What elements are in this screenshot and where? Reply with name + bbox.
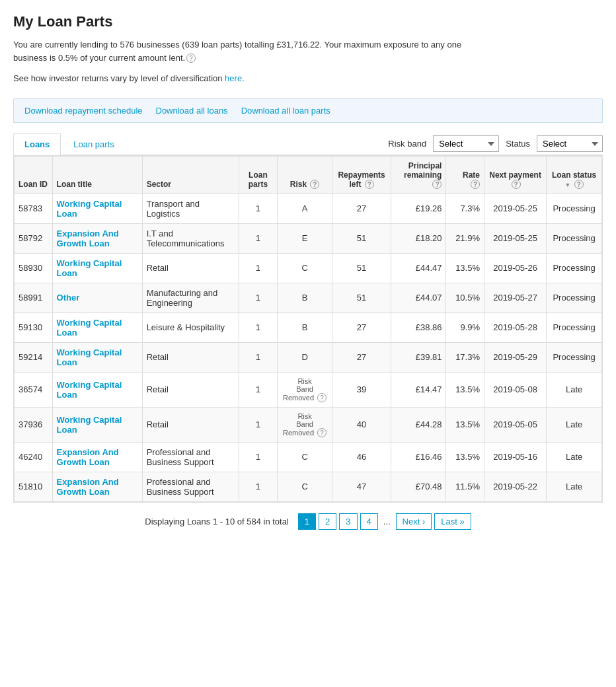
cell-loan-title: Working Capital Loan (52, 342, 142, 372)
table-row: 59214 Working Capital Loan Retail 1 D 27… (15, 342, 602, 372)
cell-loan-id: 59130 (15, 312, 53, 342)
table-row: 58991 Other Manufacturing and Engineerin… (15, 283, 602, 312)
cell-loan-id: 46240 (15, 442, 53, 472)
risk-value: C (301, 482, 307, 491)
cell-sector: Leisure & Hospitality (142, 312, 239, 342)
cell-risk: C (277, 472, 332, 501)
col-header-loan-status: Loan status ▼ ? (547, 156, 602, 194)
loan-title-link[interactable]: Working Capital Loan (57, 415, 122, 435)
cell-loan-status: Processing (547, 283, 602, 312)
cell-loan-parts: 1 (239, 253, 278, 283)
loan-title-link[interactable]: Expansion And Growth Loan (57, 229, 119, 248)
cell-loan-parts: 1 (239, 194, 278, 223)
cell-next-payment: 2019-05-26 (484, 253, 547, 283)
loan-title-link[interactable]: Expansion And Growth Loan (57, 447, 119, 467)
cell-risk: E (277, 223, 332, 253)
table-row: 59130 Working Capital Loan Leisure & Hos… (15, 312, 602, 342)
loan-title-link[interactable]: Working Capital Loan (57, 199, 122, 219)
risk-help-icon[interactable]: ? (310, 180, 319, 189)
cell-sector: I.T and Telecommunications (142, 223, 239, 253)
here-link[interactable]: here. (225, 73, 245, 83)
download-toolbar: Download repayment schedule Download all… (13, 98, 603, 123)
risk-band-removed: RiskBandRemoved ? (282, 377, 328, 402)
risk-removed-help-icon[interactable]: ? (317, 393, 327, 402)
cell-repayments-left: 27 (332, 312, 391, 342)
cell-sector: Professional and Business Support (142, 472, 239, 501)
table-row: 37936 Working Capital Loan Retail 1 Risk… (15, 407, 602, 442)
cell-principal: £19.26 (391, 194, 446, 223)
page-4-btn[interactable]: 4 (360, 513, 378, 530)
cell-loan-title: Expansion And Growth Loan (52, 472, 142, 501)
cell-rate: 13.5% (446, 442, 484, 472)
download-all-loans-link[interactable]: Download all loans (156, 106, 228, 116)
status-label: Status (506, 139, 530, 149)
risk-value: A (302, 203, 308, 213)
next-payment-help-icon[interactable]: ? (512, 180, 521, 189)
risk-value: D (301, 352, 307, 362)
cell-rate: 11.5% (446, 472, 484, 501)
next-btn[interactable]: Next › (396, 513, 432, 530)
cell-loan-title: Working Capital Loan (52, 312, 142, 342)
cell-next-payment: 2019-05-16 (484, 442, 547, 472)
cell-sector: Retail (142, 253, 239, 283)
pagination-ellipsis: ... (381, 514, 393, 529)
risk-removed-help-icon[interactable]: ? (317, 428, 327, 437)
risk-band-select[interactable]: Select ABCDE (433, 135, 499, 152)
repayments-help-icon[interactable]: ? (365, 180, 374, 189)
page-1-btn[interactable]: 1 (298, 513, 316, 530)
cell-rate: 13.5% (446, 407, 484, 442)
table-row: 51810 Expansion And Growth Loan Professi… (15, 472, 602, 501)
cell-risk: RiskBandRemoved ? (277, 407, 332, 442)
cell-sector: Transport and Logistics (142, 194, 239, 223)
cell-principal: £70.48 (391, 472, 446, 501)
diversification-text: See how investor returns vary by level o… (13, 72, 463, 85)
col-header-rate: Rate ? (446, 156, 484, 194)
tabs-container: Loans Loan parts (13, 133, 127, 155)
download-all-parts-link[interactable]: Download all loan parts (241, 106, 330, 116)
col-header-principal: Principal remaining ? (391, 156, 446, 194)
download-repayment-link[interactable]: Download repayment schedule (24, 106, 143, 116)
cell-loan-title: Working Capital Loan (52, 253, 142, 283)
cell-sector: Professional and Business Support (142, 442, 239, 472)
filter-row: Risk band Select ABCDE Status Select Pro… (388, 135, 603, 152)
help-icon-exposure[interactable]: ? (186, 54, 196, 63)
col-header-risk: Risk ? (277, 156, 332, 194)
loan-title-link[interactable]: Working Capital Loan (57, 318, 122, 338)
table-row: 58792 Expansion And Growth Loan I.T and … (15, 223, 602, 253)
cell-next-payment: 2019-05-05 (484, 407, 547, 442)
loan-title-link[interactable]: Other (57, 293, 80, 303)
tab-loans[interactable]: Loans (13, 133, 61, 155)
loan-title-link[interactable]: Working Capital Loan (57, 258, 122, 278)
page-3-btn[interactable]: 3 (339, 513, 357, 530)
cell-principal: £44.47 (391, 253, 446, 283)
loan-title-link[interactable]: Working Capital Loan (57, 347, 122, 367)
cell-risk: D (277, 342, 332, 372)
last-btn[interactable]: Last » (434, 513, 471, 530)
status-help-icon[interactable]: ? (574, 180, 584, 189)
cell-next-payment: 2019-05-25 (484, 223, 547, 253)
cell-sector: Retail (142, 342, 239, 372)
cell-repayments-left: 27 (332, 194, 391, 223)
cell-loan-status: Late (547, 372, 602, 407)
cell-principal: £39.81 (391, 342, 446, 372)
risk-band-label: Risk band (388, 139, 426, 149)
cell-loan-id: 59214 (15, 342, 53, 372)
cell-sector: Retail (142, 372, 239, 407)
rate-help-icon[interactable]: ? (471, 180, 480, 189)
cell-next-payment: 2019-05-28 (484, 312, 547, 342)
principal-help-icon[interactable]: ? (432, 180, 442, 189)
pagination-container: Displaying Loans 1 - 10 of 584 in total … (13, 513, 603, 530)
col-header-loan-title: Loan title (52, 156, 142, 194)
cell-next-payment: 2019-05-08 (484, 372, 547, 407)
table-row: 58783 Working Capital Loan Transport and… (15, 194, 602, 223)
cell-loan-status: Processing (547, 312, 602, 342)
cell-loan-parts: 1 (239, 223, 278, 253)
loan-title-link[interactable]: Working Capital Loan (57, 380, 122, 400)
status-sort-icon[interactable]: ▼ (564, 182, 570, 188)
loan-title-link[interactable]: Expansion And Growth Loan (57, 477, 119, 497)
tab-loan-parts[interactable]: Loan parts (62, 133, 125, 155)
status-select[interactable]: Select ProcessingLateRepaid (537, 135, 603, 152)
cell-sector: Retail (142, 407, 239, 442)
cell-repayments-left: 27 (332, 342, 391, 372)
page-2-btn[interactable]: 2 (319, 513, 336, 530)
